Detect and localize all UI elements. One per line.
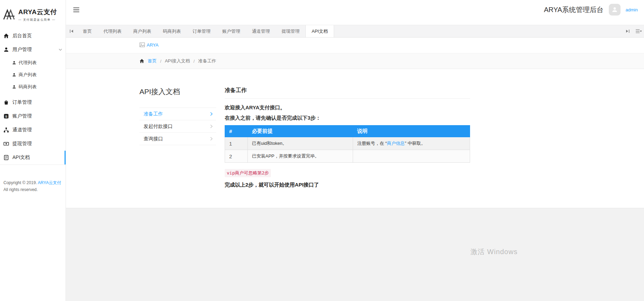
sidebar-subitem-merchant-list[interactable]: 商户列表 [0,69,66,81]
sidebar-item-api-docs[interactable]: API文档 [0,151,66,164]
breadcrumb-section: API接入文档 [165,58,190,64]
tabbar: 首页 代理列表 商户列表 码商列表 订单管理 账户管理 通道管理 提现管理 AP… [66,25,644,38]
username-link[interactable]: admin [626,7,638,12]
cell-note [353,150,470,163]
orders-bag-icon [3,100,9,105]
sidebar-subitem-label: 码商列表 [19,84,37,90]
channel-sitemap-icon [3,127,9,133]
account-dollar-icon: S [3,113,9,119]
table-header-row: # 必要前提 说明 [225,126,470,137]
note-prefix: 注册账号，在 “ [357,141,387,146]
instruction-text: 在接入之前，请先确认是否完成以下3步： [225,114,470,122]
docnav-item-label: 查询接口 [144,136,163,142]
page-title: ARYA系统管理后台 [544,5,604,14]
sidebar-subitem-agent-list[interactable]: 代理列表 [0,57,66,69]
chevron-right-icon [210,112,213,116]
api-doc-icon [3,155,9,160]
menu-toggle-icon[interactable] [73,7,80,12]
sidebar-item-label: 通道管理 [12,127,32,133]
col-header-note: 说明 [353,126,470,137]
cell-requirement: 已有uid和token。 [248,137,353,150]
copyright-prefix: Copyright © 2019. [3,180,37,185]
page-body: ARYA 首页 / API接入文档 / 准备工作 API接入文档 [66,38,644,301]
broken-image-icon [139,42,145,48]
logo-alt-text: ARYA [147,42,158,48]
user-icon [3,47,9,52]
cell-requirement: 已安装APP，并按要求设置完毕。 [248,150,353,163]
tab-order-management[interactable]: 订单管理 [187,25,216,37]
banner: ARYA [66,38,644,53]
tab-account-management[interactable]: 账户管理 [216,25,246,37]
divider [225,98,470,99]
content-card: ARYA 首页 / API接入文档 / 准备工作 API接入文档 [66,38,644,208]
sidebar: ARYA云支付 — 支付就是这么简单 — 后台首页 用户管理 代理列表 [0,0,66,301]
chevron-right-icon [210,137,213,141]
chevron-down-icon [59,49,62,51]
tab-withdraw-management[interactable]: 提现管理 [276,25,305,37]
logo: ARYA云支付 — 支付就是这么简单 — [0,0,66,29]
main-area: ARYA系统管理后台 admin 首页 代理列表 商户列表 码商列表 订单管理 … [66,0,644,301]
cell-note: 注册账号，在 “商户信息” 中获取。 [353,137,470,150]
tab-merchant-list[interactable]: 商户列表 [127,25,157,37]
sidebar-item-label: 后台首页 [12,33,32,39]
doc-nav: API接入文档 准备工作 发起付款接口 查询接口 [139,87,216,193]
breadcrumb: 首页 / API接入文档 / 准备工作 [66,53,644,69]
prerequisites-table: # 必要前提 说明 1 已有uid和token。 [225,125,470,163]
windows-activation-watermark: 激活 Windows [470,247,518,257]
sidebar-item-channel-management[interactable]: 通道管理 [0,123,66,137]
home-icon [3,33,9,39]
sidebar-item-label: 用户管理 [12,47,32,53]
merchant-info-link[interactable]: 商户信息 [387,141,405,146]
tab-api-docs[interactable]: API文档 [305,25,334,37]
docnav-item-label: 准备工作 [144,111,163,117]
tab-code-merchant-list[interactable]: 码商列表 [157,25,187,37]
agent-icon [12,61,16,65]
copyright-brand-link[interactable]: ARYA云支付 [38,180,61,185]
docnav-item-label: 发起付款接口 [144,123,173,130]
chevron-right-icon [210,124,213,128]
col-header-requirement: 必要前提 [248,126,353,137]
merchant-icon [12,73,16,77]
sidebar-item-dashboard[interactable]: 后台首页 [0,29,66,43]
welcome-text: 欢迎接入ARYA支付接口。 [225,104,470,111]
user-avatar[interactable] [609,4,621,16]
broken-logo-image: ARYA [139,42,158,48]
tab-menu-dropdown-icon[interactable] [633,25,644,37]
breadcrumb-current: 准备工作 [198,58,216,64]
sidebar-item-withdraw-management[interactable]: 提现管理 [0,137,66,151]
topbar: ARYA系统管理后台 admin [66,0,644,25]
svg-text:S: S [5,114,7,118]
sidebar-item-order-management[interactable]: 订单管理 [0,96,66,109]
code-merchant-icon [12,85,16,89]
docnav-item-query-api[interactable]: 查询接口 [139,133,216,145]
brand-tagline: — 支付就是这么简单 — [18,18,57,22]
tab-scroll-left-icon[interactable] [66,25,77,37]
tab-home[interactable]: 首页 [77,25,98,37]
brand-logo-icon [3,9,16,21]
tab-scroll-right-icon[interactable] [622,25,633,37]
sidebar-subitem-code-merchant-list[interactable]: 码商列表 [0,81,66,93]
sidebar-subitem-label: 代理列表 [19,60,37,66]
sidebar-subitem-label: 商户列表 [19,72,37,78]
tab-channel-management[interactable]: 通道管理 [246,25,276,37]
cell-number: 2 [225,150,248,163]
brand-title: ARYA云支付 [18,8,57,17]
docnav-item-preparation[interactable]: 准备工作 [139,108,216,120]
sidebar-submenu-user-management: 代理列表 商户列表 码商列表 [0,57,66,96]
withdraw-banknote-icon [3,141,9,147]
conclusion-text: 完成以上2步，就可以开始使用API接口了 [225,182,470,188]
docnav-item-payment-api[interactable]: 发起付款接口 [139,120,216,133]
avatar-person-icon [612,7,618,13]
article-title: 准备工作 [225,87,470,94]
sidebar-item-label: 提现管理 [12,141,32,147]
breadcrumb-home-link[interactable]: 首页 [148,58,157,64]
vip-note-badge: vip商户可忽略第2步 [225,169,271,177]
breadcrumb-separator: / [160,59,162,64]
sidebar-item-account-management[interactable]: S 账户管理 [0,109,66,123]
sidebar-item-label: 订单管理 [12,99,32,106]
note-suffix: ” 中获取。 [405,141,426,146]
tab-agent-list[interactable]: 代理列表 [98,25,127,37]
sidebar-item-user-management[interactable]: 用户管理 [0,43,66,57]
table-row: 2 已安装APP，并按要求设置完毕。 [225,150,470,163]
sidebar-item-label: API文档 [12,154,30,161]
